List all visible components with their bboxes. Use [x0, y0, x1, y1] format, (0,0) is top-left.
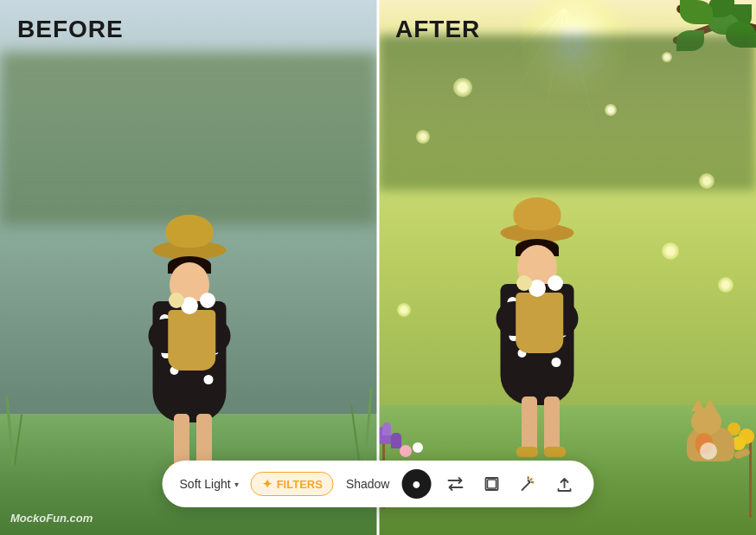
svg-rect-1: [487, 480, 496, 488]
bokeh-4: [662, 242, 679, 260]
upload-icon: [556, 475, 572, 493]
child-figure-after: [485, 223, 589, 466]
canvas-area: BEFORE MockoFun.com: [0, 0, 756, 535]
after-trees: [378, 35, 756, 190]
shadow-label: Shadow: [346, 477, 390, 491]
white-flower: [413, 442, 423, 453]
before-panel: BEFORE MockoFun.com: [0, 0, 378, 535]
svg-line-2: [522, 482, 529, 490]
before-label: BEFORE: [17, 16, 124, 43]
svg-point-9: [529, 477, 530, 479]
filters-label: FILTERS: [277, 478, 323, 491]
blend-mode-button[interactable]: ●: [401, 469, 431, 499]
svg-point-7: [530, 479, 532, 480]
layers-icon: [483, 475, 500, 493]
wand-icon: [519, 475, 536, 493]
layers-button[interactable]: [479, 472, 503, 496]
upload-button[interactable]: [552, 472, 576, 496]
child-figure-before: [138, 241, 241, 483]
cat-figure: [682, 409, 743, 461]
after-panel: AFTER: [378, 0, 756, 535]
bokeh-6: [662, 52, 672, 62]
filters-star-icon: ✦: [262, 477, 272, 491]
toolbar: Soft Light ▾ ✦ FILTERS Shadow ●: [163, 461, 594, 507]
swap-button[interactable]: [443, 472, 467, 496]
bokeh-7: [397, 303, 411, 317]
swap-icon: [446, 476, 464, 492]
shadow-button[interactable]: Shadow: [346, 477, 390, 491]
filters-button[interactable]: ✦ FILTERS: [251, 472, 334, 496]
purple-flower-3: [391, 433, 401, 448]
watermark-before: MockoFun.com: [10, 512, 93, 525]
soft-light-label: Soft Light: [180, 477, 231, 491]
panel-divider: [377, 0, 380, 535]
svg-line-6: [528, 480, 529, 482]
purple-flower-2: [382, 422, 391, 435]
circle-icon: ●: [412, 475, 421, 493]
before-trees: [0, 52, 378, 225]
after-label: AFTER: [395, 16, 480, 43]
soft-light-dropdown[interactable]: Soft Light ▾: [180, 477, 239, 491]
svg-point-8: [533, 482, 535, 484]
dropdown-arrow-icon: ▾: [234, 480, 239, 489]
pink-flower: [400, 445, 412, 457]
bokeh-2: [416, 130, 430, 144]
magic-wand-button[interactable]: [516, 472, 540, 496]
